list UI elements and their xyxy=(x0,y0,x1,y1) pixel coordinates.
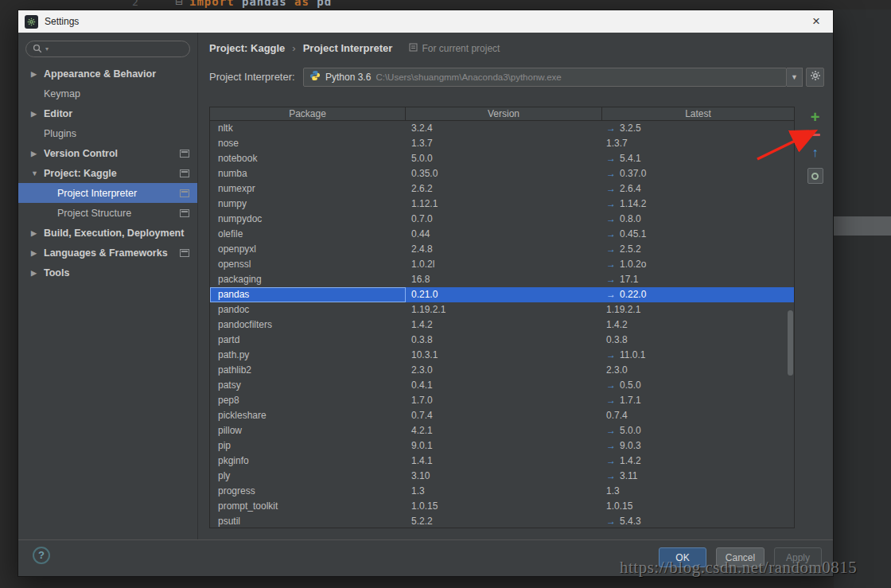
settings-search-box[interactable]: ▾ xyxy=(25,41,190,57)
package-row-pkginfo[interactable]: pkginfo1.4.1→1.4.2 xyxy=(210,454,794,469)
package-row-packaging[interactable]: packaging16.8→17.1 xyxy=(210,272,794,287)
package-name-cell[interactable]: numpydoc xyxy=(210,212,406,227)
upgrade-package-button[interactable]: ↑ xyxy=(812,146,819,162)
package-row-path-py[interactable]: path.py10.3.1→11.0.1 xyxy=(210,348,794,363)
remove-package-button[interactable] xyxy=(810,134,820,136)
package-name-cell[interactable]: olefile xyxy=(210,227,406,242)
chevron-right-icon[interactable]: ▶ xyxy=(31,110,44,118)
package-row-psutil[interactable]: psutil5.2.2→5.4.3 xyxy=(210,514,794,528)
package-name-cell[interactable]: pandocfilters xyxy=(210,317,406,333)
package-table: Package Version Latest nltk3.2.4→3.2.5no… xyxy=(209,107,795,528)
package-name-cell[interactable]: numpy xyxy=(210,197,406,212)
package-name-cell[interactable]: pip xyxy=(210,438,406,454)
package-row-pandoc[interactable]: pandoc1.19.2.11.19.2.1 xyxy=(210,302,794,317)
package-name-cell[interactable]: pillow xyxy=(210,423,406,438)
package-name-cell[interactable]: ply xyxy=(210,469,406,484)
latest-version-label: 0.45.1 xyxy=(620,227,646,242)
package-row-prompt-toolkit[interactable]: prompt_toolkit1.0.151.0.15 xyxy=(210,499,794,514)
latest-version-label: 17.1 xyxy=(620,272,638,287)
interpreter-dropdown-chevron-icon[interactable]: ▼ xyxy=(787,68,803,87)
sidebar-item-tools[interactable]: ▶Tools xyxy=(18,263,197,282)
chevron-right-icon[interactable]: ▶ xyxy=(31,269,44,277)
package-row-pillow[interactable]: pillow4.2.1→5.0.0 xyxy=(210,423,794,438)
sidebar-item-keymap[interactable]: Keymap xyxy=(18,84,197,103)
sidebar-item-editor[interactable]: ▶Editor xyxy=(18,103,197,123)
settings-dialog: Settings × ▾ ▶Appearance & BehaviorKeyma… xyxy=(18,10,834,577)
package-latest-cell: →0.22.0 xyxy=(602,287,794,302)
help-button[interactable]: ? xyxy=(33,547,50,564)
package-name-cell[interactable]: pkginfo xyxy=(210,454,406,469)
package-version-cell: 1.4.1 xyxy=(406,454,602,469)
chevron-right-icon[interactable]: ▶ xyxy=(31,229,44,237)
package-row-olefile[interactable]: olefile0.44→0.45.1 xyxy=(210,227,794,242)
chevron-right-icon[interactable]: ▶ xyxy=(31,150,44,158)
package-name-cell[interactable]: packaging xyxy=(210,272,406,287)
code-token: import xyxy=(189,0,235,8)
package-name-cell[interactable]: pandoc xyxy=(210,302,406,317)
package-name-cell[interactable]: path.py xyxy=(210,348,406,363)
package-row-nose[interactable]: nose1.3.71.3.7 xyxy=(210,136,794,151)
column-header-latest[interactable]: Latest xyxy=(602,107,794,120)
package-name-cell[interactable]: nose xyxy=(210,136,406,151)
package-row-nltk[interactable]: nltk3.2.4→3.2.5 xyxy=(210,121,794,136)
sidebar-item-build-execution-deployment[interactable]: ▶Build, Execution, Deployment xyxy=(18,223,197,243)
package-name-cell[interactable]: pandas xyxy=(210,287,406,302)
chevron-down-icon[interactable]: ▼ xyxy=(31,169,44,177)
sidebar-item-languages-frameworks[interactable]: ▶Languages & Frameworks xyxy=(18,243,197,263)
package-name-cell[interactable]: pickleshare xyxy=(210,408,406,423)
package-name-cell[interactable]: nltk xyxy=(210,121,406,136)
sidebar-item-project-structure[interactable]: Project Structure xyxy=(18,203,197,223)
package-version-cell: 0.7.4 xyxy=(406,408,602,423)
package-name-cell[interactable]: openpyxl xyxy=(210,242,406,257)
package-row-progress[interactable]: progress1.31.3 xyxy=(210,484,794,499)
package-row-pathlib2[interactable]: pathlib22.3.02.3.0 xyxy=(210,363,794,378)
package-name-cell[interactable]: numexpr xyxy=(210,181,406,197)
sidebar-item-project-interpreter[interactable]: Project Interpreter xyxy=(18,183,197,203)
add-package-button[interactable]: + xyxy=(811,109,820,126)
package-name-cell[interactable]: pathlib2 xyxy=(210,363,406,378)
package-name-cell[interactable]: prompt_toolkit xyxy=(210,499,406,514)
package-name-cell[interactable]: openssl xyxy=(210,257,406,272)
column-header-package[interactable]: Package xyxy=(210,107,406,120)
package-row-numba[interactable]: numba0.35.0→0.37.0 xyxy=(210,166,794,181)
package-name-cell[interactable]: patsy xyxy=(210,378,406,393)
package-row-patsy[interactable]: patsy0.4.1→0.5.0 xyxy=(210,378,794,393)
package-row-numpy[interactable]: numpy1.12.1→1.14.2 xyxy=(210,197,794,212)
package-row-numpydoc[interactable]: numpydoc0.7.0→0.8.0 xyxy=(210,212,794,227)
package-row-pickleshare[interactable]: pickleshare0.7.40.7.4 xyxy=(210,408,794,423)
package-name-cell[interactable]: partd xyxy=(210,333,406,348)
package-name-cell[interactable]: psutil xyxy=(210,514,406,528)
package-row-ply[interactable]: ply3.10→3.11 xyxy=(210,469,794,484)
sidebar-item-appearance-behavior[interactable]: ▶Appearance & Behavior xyxy=(18,64,197,84)
column-header-version[interactable]: Version xyxy=(406,107,602,120)
package-row-openpyxl[interactable]: openpyxl2.4.8→2.5.2 xyxy=(210,242,794,257)
package-name-cell[interactable]: numba xyxy=(210,166,406,181)
package-name-cell[interactable]: pep8 xyxy=(210,393,406,408)
chevron-right-icon[interactable]: ▶ xyxy=(31,249,44,257)
table-scrollbar-thumb[interactable] xyxy=(788,310,793,376)
interpreter-gear-button[interactable] xyxy=(806,68,824,87)
sidebar-item-label: Keymap xyxy=(44,88,80,99)
search-input[interactable] xyxy=(52,43,183,56)
interpreter-select[interactable]: Python 3.6 C:\Users\shuangmm\Anaconda3\p… xyxy=(303,68,787,87)
package-row-openssl[interactable]: openssl1.0.2l→1.0.2o xyxy=(210,257,794,272)
close-icon[interactable]: × xyxy=(806,11,827,32)
conda-toggle-button[interactable] xyxy=(807,168,823,184)
dialog-titlebar[interactable]: Settings × xyxy=(18,10,833,33)
package-row-pip[interactable]: pip9.0.1→9.0.3 xyxy=(210,438,794,454)
package-row-numexpr[interactable]: numexpr2.6.2→2.6.4 xyxy=(210,181,794,197)
search-options-chevron-icon[interactable]: ▾ xyxy=(45,45,49,53)
package-row-pandocfilters[interactable]: pandocfilters1.4.21.4.2 xyxy=(210,317,794,333)
breadcrumb-project[interactable]: Project: Kaggle xyxy=(209,42,285,54)
package-name-cell[interactable]: progress xyxy=(210,484,406,499)
package-row-notebook[interactable]: notebook5.0.0→5.4.1 xyxy=(210,151,794,166)
chevron-right-icon[interactable]: ▶ xyxy=(31,70,44,78)
package-name-cell[interactable]: notebook xyxy=(210,151,406,166)
sidebar-item-plugins[interactable]: Plugins xyxy=(18,123,197,143)
package-row-pandas[interactable]: pandas0.21.0→0.22.0 xyxy=(210,287,794,302)
sidebar-item-version-control[interactable]: ▶Version Control xyxy=(18,143,197,163)
package-latest-cell: →2.6.4 xyxy=(602,181,794,197)
package-row-pep8[interactable]: pep81.7.0→1.7.1 xyxy=(210,393,794,408)
sidebar-item-project-kaggle[interactable]: ▼Project: Kaggle xyxy=(18,163,197,183)
package-row-partd[interactable]: partd0.3.80.3.8 xyxy=(210,333,794,348)
